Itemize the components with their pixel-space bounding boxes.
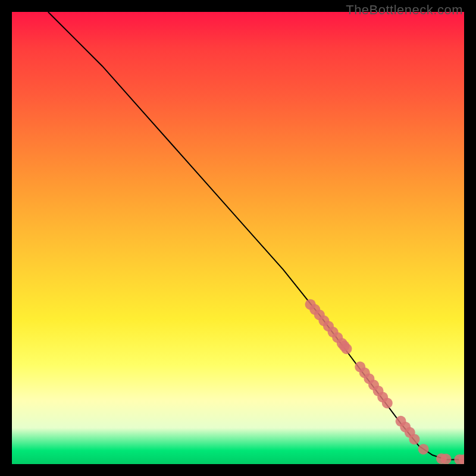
data-marker — [409, 434, 419, 444]
data-marker — [441, 454, 452, 464]
data-marker — [341, 343, 352, 354]
marker-group — [305, 299, 464, 464]
chart-plot — [12, 12, 464, 464]
data-marker — [382, 397, 393, 408]
bottleneck-curve — [48, 12, 464, 459]
data-marker — [418, 444, 429, 455]
